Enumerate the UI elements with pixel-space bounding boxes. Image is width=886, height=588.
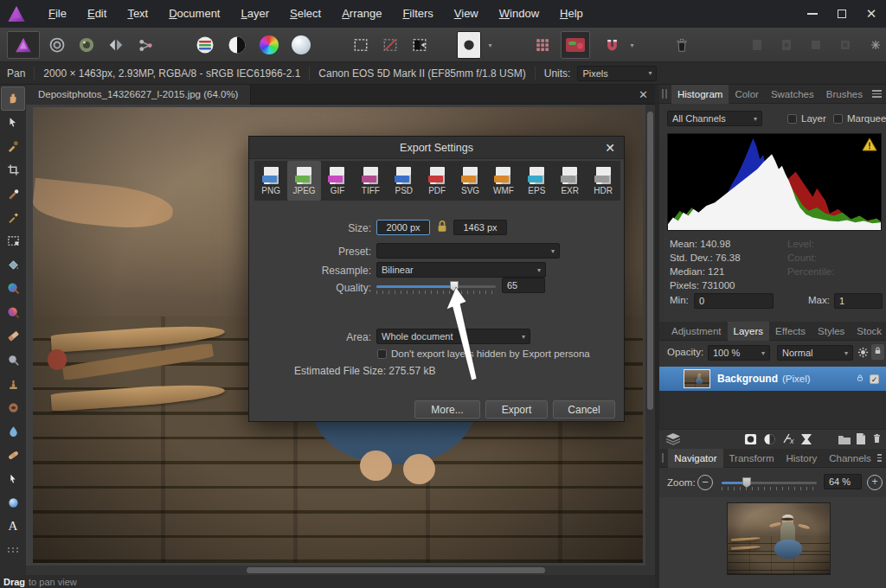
format-png[interactable]: PNG — [254, 161, 287, 201]
tab-channels[interactable]: Channels — [823, 449, 877, 468]
menu-window[interactable]: Window — [489, 0, 549, 28]
marquee-mode-subtract-icon[interactable] — [377, 31, 403, 59]
selection-refine-icon[interactable] — [407, 31, 433, 59]
healing-brush-tool[interactable] — [1, 182, 25, 206]
height-input[interactable]: 1463 px — [453, 220, 507, 235]
fx-icon[interactable]: x — [782, 432, 796, 449]
menu-edit[interactable]: Edit — [77, 0, 117, 28]
layer-lock-icon[interactable] — [871, 344, 884, 360]
document-tab[interactable]: Depositphotos_14326627_l-2015.jpg (64.0%… — [26, 85, 251, 105]
opacity-select[interactable]: 100 % ▾ — [708, 345, 770, 361]
preset-select[interactable]: ▾ — [376, 243, 560, 259]
tab-swatches[interactable]: Swatches — [765, 85, 820, 104]
area-select[interactable]: Whole document▾ — [376, 329, 530, 344]
panel-grip[interactable] — [662, 89, 668, 99]
menu-arrange[interactable]: Arrange — [331, 0, 392, 28]
layer-visibility-checkbox[interactable]: ✓ — [870, 374, 879, 384]
color-picker-tool[interactable] — [1, 134, 25, 158]
flood-select-tool[interactable] — [1, 253, 25, 278]
dialog-title-bar[interactable]: Export Settings ✕ — [249, 137, 624, 159]
dodge-tool[interactable] — [1, 348, 25, 373]
layer-checkbox[interactable] — [787, 114, 797, 124]
menu-view[interactable]: View — [444, 0, 489, 28]
format-psd[interactable]: PSD — [388, 161, 421, 201]
tab-effects[interactable]: Effects — [769, 322, 812, 341]
color-wheel-adjustment-icon[interactable] — [256, 31, 282, 59]
format-tiff[interactable]: TIFF — [354, 161, 387, 201]
layer-settings-gear-icon[interactable] — [857, 346, 870, 362]
hidden-layers-checkbox[interactable] — [377, 349, 387, 359]
marquee-mode-new-icon[interactable] — [348, 31, 374, 59]
zoom-out-button[interactable]: − — [697, 475, 713, 490]
menu-file[interactable]: File — [38, 0, 77, 28]
delete-icon[interactable] — [668, 31, 696, 59]
text-tool[interactable]: A — [1, 514, 25, 539]
more-button[interactable]: More... — [414, 400, 480, 419]
group-folder-icon[interactable] — [838, 433, 851, 449]
menu-text[interactable]: Text — [117, 0, 158, 28]
tab-stock[interactable]: Stock — [851, 322, 886, 341]
panel-menu-icon[interactable] — [872, 90, 882, 98]
export-button[interactable]: Export — [485, 400, 548, 419]
quality-slider-track[interactable] — [376, 285, 496, 288]
zoom-slider[interactable] — [722, 482, 817, 490]
gradient-tool[interactable] — [1, 491, 25, 515]
develop-persona-button[interactable] — [73, 31, 100, 59]
tab-color[interactable]: Color — [729, 85, 764, 104]
format-svg[interactable]: SVG — [453, 161, 486, 201]
photo-persona-button[interactable] — [7, 31, 40, 59]
snapping-magnet-icon[interactable] — [599, 31, 625, 59]
more-tools[interactable] — [1, 539, 25, 563]
toolbar-overflow-icon[interactable] — [869, 31, 883, 59]
menu-help[interactable]: Help — [549, 0, 594, 28]
format-pdf[interactable]: PDF — [421, 161, 453, 201]
clone-stamp-tool[interactable] — [1, 372, 25, 396]
liquify-persona-button[interactable] — [43, 31, 71, 59]
view-close-icon[interactable]: ✕ — [632, 88, 655, 101]
menu-document[interactable]: Document — [158, 0, 230, 28]
format-jpeg[interactable]: JPEG — [287, 161, 320, 201]
warning-icon[interactable] — [862, 137, 877, 151]
snapping-dropdown[interactable]: ▾ — [625, 31, 637, 59]
aspect-lock-icon[interactable] — [436, 219, 448, 237]
units-select[interactable]: Pixels ▾ — [577, 66, 657, 81]
width-input[interactable]: 2000 px — [376, 220, 430, 235]
channels-select[interactable]: All Channels ▾ — [667, 111, 762, 126]
cancel-button[interactable]: Cancel — [553, 400, 615, 419]
layer-row-lock-icon[interactable] — [856, 371, 864, 387]
adjustment-layer-icon[interactable] — [763, 433, 776, 449]
navigator-thumbnail[interactable] — [727, 502, 831, 575]
format-wmf[interactable]: WMF — [487, 161, 520, 201]
format-gif[interactable]: GIF — [321, 161, 354, 201]
vertical-scrollbar[interactable] — [645, 105, 655, 566]
quality-input[interactable]: 65 — [502, 278, 545, 293]
blend-mode-select[interactable]: Normal ▾ — [777, 345, 853, 361]
tab-layers[interactable]: Layers — [728, 322, 770, 341]
mask-layer-icon[interactable] — [744, 433, 757, 449]
delete-layer-icon[interactable] — [871, 432, 883, 448]
tab-navigator[interactable]: Navigator — [668, 449, 722, 468]
new-layer-icon[interactable] — [855, 432, 867, 449]
maximize-button[interactable] — [827, 0, 857, 28]
tab-styles[interactable]: Styles — [812, 322, 851, 341]
close-button[interactable]: ✕ — [857, 0, 886, 28]
assistant-manager-icon[interactable] — [561, 31, 590, 59]
menu-layer[interactable]: Layer — [230, 0, 279, 28]
marquee-tool[interactable] — [1, 229, 25, 253]
layer-thumbnail[interactable] — [684, 369, 710, 388]
format-eps[interactable]: EPS — [520, 161, 553, 201]
export-persona-button[interactable] — [132, 31, 159, 59]
zoom-in-button[interactable]: + — [867, 475, 883, 490]
live-filter-icon[interactable] — [800, 433, 812, 449]
crop-tool[interactable] — [1, 158, 25, 182]
tab-adjustment[interactable]: Adjustment — [665, 322, 728, 341]
blur-tool[interactable] — [1, 419, 25, 444]
grid-toggle-icon[interactable] — [530, 31, 555, 59]
node-tool[interactable] — [1, 467, 25, 491]
view-tool[interactable] — [1, 86, 25, 111]
horizontal-scrollbar-thumb[interactable] — [247, 567, 545, 573]
tab-history[interactable]: History — [780, 449, 823, 468]
format-exr[interactable]: EXR — [554, 161, 587, 201]
tab-brushes[interactable]: Brushes — [820, 85, 869, 104]
marquee-checkbox[interactable] — [833, 114, 843, 124]
